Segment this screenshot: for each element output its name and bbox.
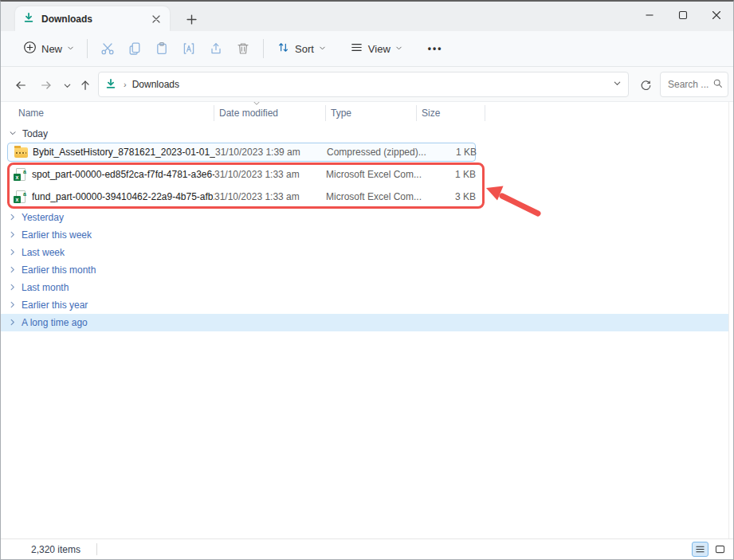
chevron-right-icon xyxy=(9,317,16,328)
search-box xyxy=(660,72,728,97)
breadcrumb[interactable]: Downloads xyxy=(132,79,179,90)
column-header-type[interactable]: Type xyxy=(326,104,417,123)
excel-csv-file-icon: ax xyxy=(14,168,27,182)
file-date-modified: 31/10/2023 1:33 am xyxy=(214,169,326,180)
file-size: 1 KB xyxy=(417,169,476,180)
cut-button[interactable] xyxy=(94,36,121,61)
file-type: Compressed (zipped)... xyxy=(327,147,418,158)
sort-button-label: Sort xyxy=(295,43,314,55)
group-label: Today xyxy=(22,128,48,139)
group-header-today[interactable]: Today xyxy=(1,126,48,142)
chevron-right-icon xyxy=(9,247,16,258)
file-row[interactable]: ax fund_part-00000-39410462-22a9-4b75-af… xyxy=(7,187,476,206)
chevron-right-icon xyxy=(9,300,16,311)
file-name: fund_part-00000-39410462-22a9-4b75-afb1-… xyxy=(32,191,214,202)
delete-button[interactable] xyxy=(230,36,257,61)
copy-button[interactable] xyxy=(121,36,148,61)
chevron-right-icon xyxy=(9,282,16,293)
column-header-date-modified[interactable]: Date modified xyxy=(214,104,326,123)
downloads-icon xyxy=(105,78,116,92)
file-explorer-window: Downloads New xyxy=(0,0,734,560)
sort-button[interactable]: Sort xyxy=(270,36,332,61)
window-controls xyxy=(633,2,733,31)
item-count: 2,320 items xyxy=(31,544,80,555)
zip-file-icon xyxy=(14,146,28,159)
column-header-name[interactable]: Name xyxy=(14,104,214,123)
titlebar: Downloads xyxy=(1,2,733,31)
chevron-down-icon xyxy=(395,43,402,54)
sort-descending-icon xyxy=(253,98,261,109)
file-date-modified: 31/10/2023 1:33 am xyxy=(214,191,326,202)
chevron-down-icon xyxy=(67,43,74,54)
share-button[interactable] xyxy=(202,36,230,61)
column-headers: Name Date modified Type Size xyxy=(1,104,733,123)
refresh-button[interactable] xyxy=(635,75,656,96)
tab-downloads[interactable]: Downloads xyxy=(15,6,170,31)
file-name: Bybit_AssetHistory_8781621_2023-01-01_20… xyxy=(33,147,215,158)
forward-button[interactable] xyxy=(36,75,57,96)
downloads-icon xyxy=(23,12,34,25)
status-bar: 2,320 items xyxy=(1,538,733,559)
status-divider xyxy=(96,543,97,555)
file-size: 1 KB xyxy=(418,147,477,158)
group-header-earlier-this-month[interactable]: Earlier this month xyxy=(1,261,728,279)
column-header-size[interactable]: Size xyxy=(417,104,485,123)
file-row[interactable]: Bybit_AssetHistory_8781621_2023-01-01_20… xyxy=(7,143,476,162)
search-icon[interactable] xyxy=(712,78,723,91)
chevron-right-icon xyxy=(9,229,16,241)
group-header-earlier-this-week[interactable]: Earlier this week xyxy=(1,226,728,244)
chevron-right-icon xyxy=(9,264,16,276)
up-button[interactable] xyxy=(75,75,96,96)
excel-csv-file-icon: ax xyxy=(14,190,27,204)
sort-arrows-icon xyxy=(277,41,290,57)
breadcrumb-chevron-icon: › xyxy=(124,80,127,89)
chevron-down-icon xyxy=(319,43,326,54)
chevron-down-icon xyxy=(9,128,17,139)
address-row: › Downloads xyxy=(1,67,733,102)
toolbar-divider xyxy=(87,39,88,58)
group-header-last-month[interactable]: Last month xyxy=(1,279,728,296)
close-button[interactable] xyxy=(700,2,733,29)
command-bar: New Sort xyxy=(1,31,733,67)
file-date-modified: 31/10/2023 1:39 am xyxy=(215,147,327,158)
file-type: Microsoft Excel Com... xyxy=(326,191,417,202)
address-bar[interactable]: › Downloads xyxy=(98,72,629,97)
paste-button[interactable] xyxy=(148,36,175,61)
thumbnail-view-toggle[interactable] xyxy=(712,542,728,557)
group-header-yesterday[interactable]: Yesterday xyxy=(1,209,728,226)
file-name: spot_part-00000-ed85f2ca-f7fd-4781-a3e6-… xyxy=(32,169,214,180)
chevron-right-icon xyxy=(9,212,16,223)
group-header-last-week[interactable]: Last week xyxy=(1,244,728,261)
back-button[interactable] xyxy=(10,75,31,96)
details-view-toggle[interactable] xyxy=(692,542,708,557)
file-row[interactable]: ax spot_part-00000-ed85f2ca-f7fd-4781-a3… xyxy=(7,165,476,184)
new-tab-button[interactable] xyxy=(183,10,200,28)
minimize-button[interactable] xyxy=(633,2,666,29)
tab-title: Downloads xyxy=(41,14,149,25)
view-lines-icon xyxy=(350,41,363,57)
scrollbar-gutter xyxy=(728,102,729,538)
plus-circle-icon xyxy=(23,41,37,57)
address-dropdown-chevron[interactable] xyxy=(613,79,622,90)
new-button-label: New xyxy=(41,43,62,55)
search-input[interactable] xyxy=(668,79,712,90)
tab-close-icon[interactable] xyxy=(149,12,163,26)
group-header-a-long-time-ago[interactable]: A long time ago xyxy=(1,314,728,331)
view-button[interactable]: View xyxy=(343,36,409,61)
file-size: 3 KB xyxy=(417,191,476,202)
group-header-earlier-this-year[interactable]: Earlier this year xyxy=(1,296,728,314)
view-button-label: View xyxy=(368,43,391,55)
new-button[interactable]: New xyxy=(17,36,80,61)
file-type: Microsoft Excel Com... xyxy=(326,169,417,180)
rename-button[interactable] xyxy=(175,36,202,61)
toolbar-divider xyxy=(263,39,264,58)
maximize-button[interactable] xyxy=(666,2,700,29)
more-options-button[interactable]: ••• xyxy=(420,40,451,57)
